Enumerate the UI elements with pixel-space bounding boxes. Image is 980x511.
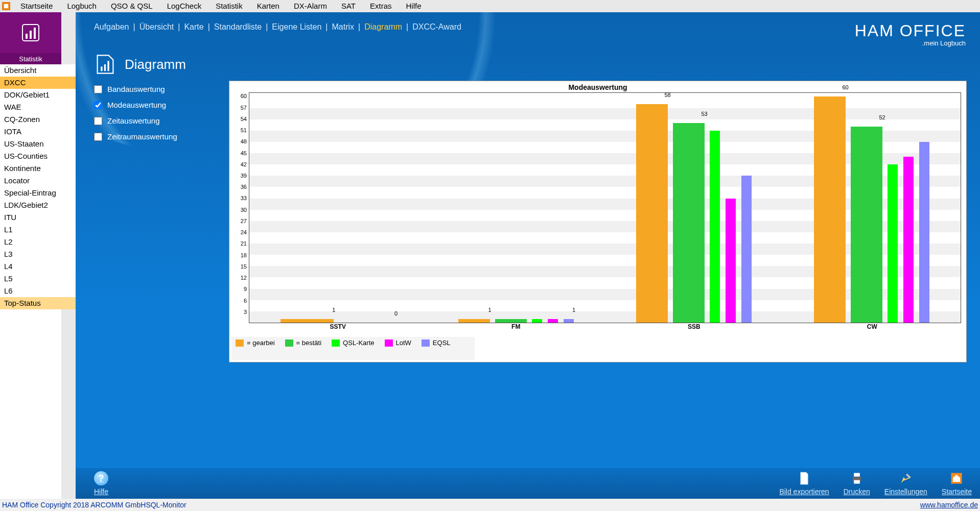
sidebar-item[interactable]: Locator <box>0 175 76 187</box>
status-url[interactable]: www.hamoffice.de <box>920 501 978 509</box>
crumb[interactable]: Standardliste <box>214 22 262 32</box>
bar-label: 1 <box>488 307 492 313</box>
bottom-actions: Bild exportierenDruckenEinstellungenStar… <box>779 471 972 496</box>
checkbox[interactable] <box>94 101 102 109</box>
y-tick: 3 <box>244 309 247 315</box>
svg-rect-8 <box>854 473 860 477</box>
opt-label: Zeitauswertung <box>107 116 160 125</box>
sidebar-item[interactable]: ITU <box>0 211 76 224</box>
home-icon[interactable] <box>2 2 10 10</box>
y-tick: 36 <box>241 184 247 190</box>
sidebar-item[interactable]: Übersicht <box>0 64 76 77</box>
y-tick: 24 <box>241 229 247 235</box>
menu-item[interactable]: DX-Alarm <box>287 0 334 12</box>
bar <box>888 164 898 323</box>
action-print[interactable]: Drucken <box>844 471 870 496</box>
sidebar-item[interactable]: L3 <box>0 248 76 260</box>
sep: | <box>325 22 328 32</box>
crumb[interactable]: Karte <box>184 22 203 32</box>
opt-band[interactable]: Bandauswertung <box>94 85 177 93</box>
checkbox[interactable] <box>94 85 102 93</box>
help-link[interactable]: ? Hilfe <box>94 471 108 496</box>
bar-label: 1 <box>572 307 575 313</box>
sidebar-item[interactable]: L1 <box>0 224 76 236</box>
checkbox[interactable] <box>94 117 102 125</box>
menu-item[interactable]: Hilfe <box>399 0 429 12</box>
crumb[interactable]: Matrix <box>332 22 354 32</box>
app-body: Statistik Aufgaben| Übersicht| Karte| St… <box>0 12 980 499</box>
bar-label: 0 <box>394 310 398 317</box>
legend-label: EQSL <box>433 339 451 347</box>
sidebar-item[interactable]: WAE <box>0 101 76 113</box>
checkbox[interactable] <box>94 133 102 141</box>
crumb[interactable]: Eigene Listen <box>272 22 321 32</box>
crumb[interactable]: Aufgaben <box>94 22 129 32</box>
legend-item: = bestäti <box>285 339 322 347</box>
opt-zeit[interactable]: Zeitauswertung <box>94 116 177 125</box>
sep: | <box>133 22 135 32</box>
menu-item[interactable]: Statistik <box>208 0 250 12</box>
menu-item[interactable]: QSO & QSL <box>104 0 160 12</box>
chart-title: Modeauswertung <box>229 83 966 91</box>
legend-label: LotW <box>396 339 411 347</box>
bar <box>281 319 334 323</box>
legend-item: LotW <box>385 339 411 347</box>
plot-area: 101158536052 <box>249 92 961 323</box>
opt-zeitraum[interactable]: Zeitraumauswertung <box>94 132 177 141</box>
crumb[interactable]: Übersicht <box>139 22 174 32</box>
x-tick: SSB <box>688 323 701 330</box>
y-tick: 57 <box>241 105 247 111</box>
bar-label: 53 <box>701 111 707 117</box>
chart-options: Bandauswertung Modeauswertung Zeitauswer… <box>94 85 177 141</box>
status-sql[interactable]: SQL-Monitor <box>146 501 186 509</box>
sidebar-item[interactable]: IOTA <box>0 126 76 138</box>
opt-mode[interactable]: Modeauswertung <box>94 101 177 109</box>
sep: | <box>358 22 360 32</box>
svg-rect-5 <box>104 64 106 71</box>
y-axis: 3691215182124273033363942454851545760 <box>229 92 249 323</box>
bar <box>458 319 490 323</box>
page-title: Diagramm <box>94 53 186 76</box>
sidebar-item[interactable]: US-Staaten <box>0 138 76 150</box>
menu-item[interactable]: LogCheck <box>160 0 209 12</box>
sidebar-item[interactable]: US-Counties <box>0 150 76 162</box>
y-tick: 33 <box>241 195 247 201</box>
y-tick: 21 <box>241 240 247 247</box>
sidebar-item[interactable]: Special-Eintrag <box>0 187 76 199</box>
y-tick: 9 <box>244 286 247 292</box>
y-tick: 54 <box>241 116 247 122</box>
crumb-active[interactable]: Diagramm <box>364 22 402 32</box>
sidebar-item[interactable]: Kontinente <box>0 162 76 175</box>
menubar: Startseite Logbuch QSO & QSL LogCheck St… <box>0 0 980 12</box>
bar <box>532 319 543 323</box>
sidebar-item[interactable]: CQ-Zonen <box>0 113 76 126</box>
menu-item[interactable]: Extras <box>363 0 399 12</box>
action-settings[interactable]: Einstellungen <box>884 471 927 496</box>
action-home[interactable]: Startseite <box>942 471 972 496</box>
sidebar-item[interactable]: L6 <box>0 285 76 297</box>
x-tick: SSTV <box>330 323 346 330</box>
sidebar-item[interactable]: Top-Status <box>0 297 76 309</box>
legend-swatch <box>285 339 293 347</box>
y-tick: 42 <box>241 161 247 167</box>
sidebar-item[interactable]: L4 <box>0 260 76 273</box>
menu-item[interactable]: Karten <box>250 0 287 12</box>
crumb[interactable]: DXCC-Award <box>412 22 461 32</box>
action-export[interactable]: Bild exportieren <box>779 471 829 496</box>
svg-rect-1 <box>26 34 28 39</box>
bar <box>710 131 720 323</box>
sidebar-list: ÜbersichtDXCCDOK/Gebiet1WAECQ-ZonenIOTAU… <box>0 64 76 309</box>
sidebar-item[interactable]: L2 <box>0 236 76 248</box>
opt-label: Bandauswertung <box>107 85 165 93</box>
sidebar-item[interactable]: L5 <box>0 273 76 285</box>
menu-item[interactable]: Startseite <box>13 0 60 12</box>
menu-item[interactable]: Logbuch <box>60 0 104 12</box>
brand-subtitle: .mein Logbuch <box>855 40 966 46</box>
sidebar-item[interactable]: LDK/Gebiet2 <box>0 199 76 211</box>
menu-item[interactable]: SAT <box>334 0 363 12</box>
status-copyright: HAM Office Copyright 2018 ARCOMM GmbH <box>2 501 146 509</box>
sidebar-item[interactable]: DXCC <box>0 77 76 89</box>
sidebar-item[interactable]: DOK/Gebiet1 <box>0 89 76 101</box>
svg-rect-9 <box>854 480 860 484</box>
x-axis: SSTVFMSSBCW <box>249 323 961 333</box>
